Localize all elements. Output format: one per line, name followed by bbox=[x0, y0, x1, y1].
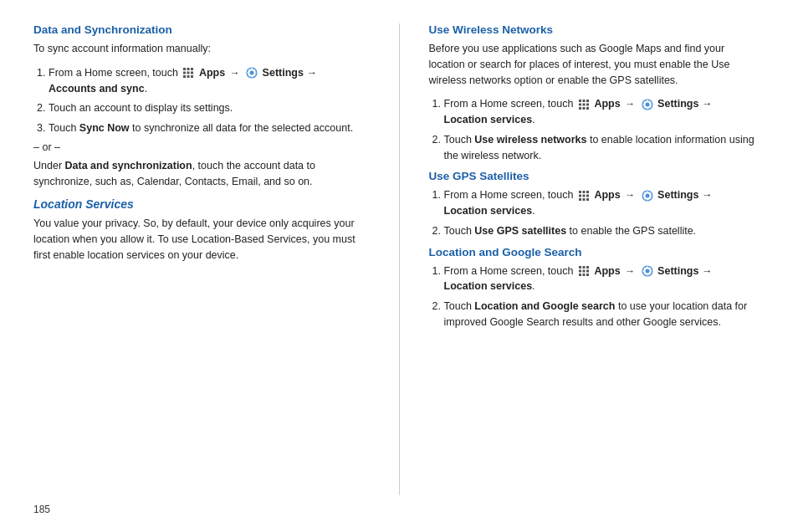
svg-rect-16 bbox=[582, 103, 585, 105]
svg-rect-4 bbox=[187, 72, 190, 74]
svg-rect-17 bbox=[586, 103, 589, 105]
section-title-gps: Use GPS Satellites bbox=[429, 170, 757, 182]
svg-rect-2 bbox=[191, 68, 193, 70]
left-column: Data and Synchronization To sync account… bbox=[33, 23, 370, 495]
section-data-sync: Data and Synchronization To sync account… bbox=[33, 23, 361, 189]
svg-rect-12 bbox=[579, 100, 581, 102]
svg-rect-18 bbox=[579, 107, 581, 110]
svg-rect-1 bbox=[187, 68, 190, 70]
or-line: – or – bbox=[33, 141, 361, 153]
settings-icon-w1 bbox=[641, 98, 654, 111]
svg-rect-40 bbox=[582, 270, 585, 273]
section-title-location-services: Location Services bbox=[33, 197, 361, 211]
steps-list-gps: From a Home screen, touch bbox=[444, 187, 757, 238]
apps-label-1: Apps bbox=[199, 67, 228, 79]
steps-list-data-sync: From a Home screen, touch bbox=[49, 65, 361, 136]
svg-rect-20 bbox=[586, 107, 589, 110]
svg-rect-38 bbox=[586, 266, 589, 269]
step-2-wireless: Touch Use wireless networks to enable lo… bbox=[444, 132, 757, 164]
svg-point-10 bbox=[250, 71, 254, 75]
step-2-gps: Touch Use GPS satellites to enable the G… bbox=[444, 223, 757, 239]
right-column: Use Wireless Networks Before you use app… bbox=[429, 23, 765, 495]
settings-label-1: Settings bbox=[263, 67, 304, 79]
svg-rect-44 bbox=[586, 274, 589, 276]
section-google-search: Location and Google Search From a Home s… bbox=[429, 246, 757, 330]
step-1-wireless: From a Home screen, touch bbox=[444, 96, 757, 128]
section-title-data-sync: Data and Synchronization bbox=[33, 23, 361, 36]
svg-rect-43 bbox=[582, 274, 585, 276]
steps-list-wireless: From a Home screen, touch bbox=[444, 96, 757, 163]
page: Data and Synchronization To sync account… bbox=[0, 0, 798, 532]
under-text: Under Data and synchronization, touch th… bbox=[33, 158, 361, 190]
apps-icon-g1 bbox=[577, 189, 591, 202]
svg-point-34 bbox=[645, 193, 649, 197]
two-column-layout: Data and Synchronization To sync account… bbox=[33, 23, 765, 495]
svg-rect-30 bbox=[579, 198, 581, 201]
step-1-data-sync: From a Home screen, touch bbox=[49, 65, 361, 97]
svg-rect-28 bbox=[582, 194, 585, 197]
svg-rect-6 bbox=[183, 75, 186, 78]
svg-rect-39 bbox=[579, 270, 581, 273]
svg-rect-37 bbox=[582, 266, 585, 269]
step-3-data-sync: Touch Sync Now to synchronize all data f… bbox=[49, 120, 361, 136]
svg-rect-31 bbox=[582, 198, 585, 201]
step1-text-before: From a Home screen, touch bbox=[49, 67, 181, 79]
svg-rect-7 bbox=[187, 75, 190, 78]
svg-rect-8 bbox=[191, 75, 193, 78]
svg-rect-14 bbox=[586, 100, 589, 102]
svg-rect-15 bbox=[579, 103, 581, 105]
svg-rect-19 bbox=[582, 107, 585, 110]
settings-icon-gs1 bbox=[641, 264, 654, 278]
svg-rect-25 bbox=[582, 191, 585, 193]
svg-rect-24 bbox=[579, 191, 581, 193]
apps-icon bbox=[182, 66, 195, 79]
accounts-sync-label: Accounts and sync bbox=[49, 83, 145, 95]
svg-rect-26 bbox=[586, 191, 589, 193]
svg-rect-29 bbox=[586, 194, 589, 197]
section-location-services: Location Services You value your privacy… bbox=[33, 197, 361, 263]
section-title-wireless: Use Wireless Networks bbox=[429, 23, 757, 36]
step-1-google: From a Home screen, touch bbox=[444, 263, 757, 295]
section-intro-data-sync: To sync account information manually: bbox=[33, 41, 361, 57]
section-gps-satellites: Use GPS Satellites From a Home screen, t… bbox=[429, 170, 757, 238]
settings-icon-1 bbox=[245, 66, 258, 79]
apps-icon-w1 bbox=[577, 98, 591, 111]
section-wireless-networks: Use Wireless Networks Before you use app… bbox=[429, 23, 757, 163]
svg-rect-0 bbox=[183, 68, 186, 70]
section-body-wireless: Before you use applications such as Goog… bbox=[429, 41, 757, 88]
svg-point-22 bbox=[645, 102, 649, 106]
step-2-data-sync: Touch an account to display its settings… bbox=[49, 100, 361, 116]
svg-rect-42 bbox=[579, 274, 581, 276]
column-divider bbox=[399, 23, 400, 495]
svg-rect-3 bbox=[183, 72, 186, 74]
svg-rect-5 bbox=[191, 72, 193, 74]
step-1-gps: From a Home screen, touch bbox=[444, 187, 757, 219]
page-number: 185 bbox=[33, 504, 765, 515]
svg-rect-41 bbox=[586, 270, 589, 273]
section-body-location-services: You value your privacy. So, by default, … bbox=[33, 216, 361, 263]
svg-rect-32 bbox=[586, 198, 589, 201]
apps-icon-gs1 bbox=[577, 264, 591, 278]
svg-rect-36 bbox=[579, 266, 581, 269]
svg-point-46 bbox=[645, 269, 649, 274]
svg-rect-13 bbox=[582, 100, 585, 102]
step-2-google: Touch Location and Google search to use … bbox=[444, 299, 757, 330]
settings-icon-g1 bbox=[641, 189, 654, 202]
svg-rect-27 bbox=[579, 194, 581, 197]
steps-list-google: From a Home screen, touch bbox=[444, 263, 757, 330]
section-title-google-search: Location and Google Search bbox=[429, 246, 757, 258]
